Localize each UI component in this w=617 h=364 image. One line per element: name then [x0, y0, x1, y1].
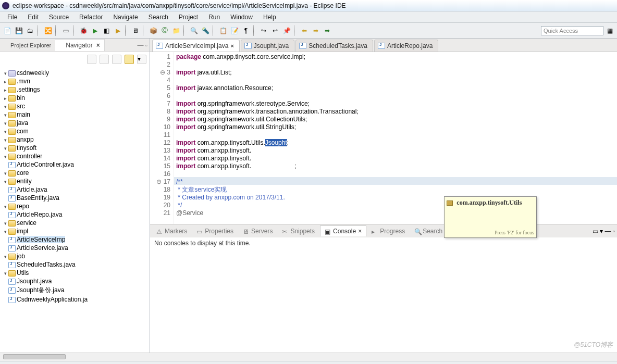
tree-node[interactable]: ArticleRepo.java — [2, 210, 150, 219]
tab-navigator[interactable]: Navigator × — [55, 39, 104, 51]
new-icon[interactable]: 📄 — [2, 26, 13, 36]
menu-file[interactable]: File — [2, 12, 22, 22]
annotation-icon[interactable]: 📝 — [229, 26, 240, 36]
code-line[interactable]: package com.anxpp.tinysoft.core.service.… — [176, 53, 617, 61]
focus-icon[interactable] — [112, 55, 121, 64]
tree-node[interactable]: ▾service — [2, 219, 150, 227]
tree-node[interactable]: ▸.mvn — [2, 77, 150, 85]
filter-icon[interactable] — [125, 55, 134, 64]
twisty-icon[interactable]: ▾ — [2, 104, 8, 109]
view-tab-properties[interactable]: ▭Properties — [192, 226, 238, 236]
tree-node[interactable]: ▾Utils — [2, 269, 150, 277]
code-line[interactable]: import com.anxpp.tinysoft.Utils.Jsoupht; — [176, 139, 617, 147]
new-folder-icon[interactable]: 📁 — [171, 26, 181, 36]
step-icon[interactable]: ↪ — [258, 26, 269, 36]
code-area[interactable]: com.anxpp.tinysoft.Utils Press 'F2' for … — [174, 52, 617, 224]
view-tab-search[interactable]: 🔍Search — [410, 226, 447, 236]
show-whitespace-icon[interactable]: ¶ — [241, 26, 251, 36]
twisty-icon[interactable]: ▾ — [2, 154, 8, 159]
twisty-icon[interactable]: ▸ — [2, 79, 8, 84]
console-view[interactable]: No consoles to display at this time. — [150, 237, 617, 353]
coverage-icon[interactable]: ◧ — [101, 26, 112, 36]
view-tab-console[interactable]: ▣Console × — [320, 225, 366, 236]
code-line[interactable]: /** — [176, 178, 617, 186]
pin-icon[interactable]: 📌 — [281, 26, 292, 36]
open-type-icon[interactable]: 🔍 — [189, 26, 199, 36]
toggle-icon[interactable]: 🔀 — [43, 26, 53, 36]
tab-project-explorer[interactable]: Project Explorer — [0, 40, 55, 51]
tree-node[interactable]: ▾repo — [2, 202, 150, 210]
menu-navigate[interactable]: Navigate — [108, 12, 143, 22]
tree-node[interactable]: ScheduledTasks.java — [2, 260, 150, 269]
menu-search[interactable]: Search — [143, 12, 174, 22]
code-line[interactable] — [176, 77, 617, 84]
tree-node[interactable]: BaseEntity.java — [2, 194, 150, 202]
code-line[interactable] — [176, 92, 617, 100]
twisty-icon[interactable]: ▾ — [2, 254, 8, 259]
code-line[interactable]: @Service — [176, 209, 617, 217]
tree-node[interactable]: CsdnweeklyApplication.ja — [2, 295, 150, 304]
twisty-icon[interactable]: ▾ — [2, 129, 8, 134]
tree-node[interactable]: ▾core — [2, 169, 150, 177]
twisty-icon[interactable]: ▾ — [2, 71, 8, 76]
menu-edit[interactable]: Edit — [22, 12, 44, 22]
menu-help[interactable]: Help — [258, 12, 281, 22]
save-icon[interactable]: 💾 — [14, 26, 24, 36]
server-icon[interactable]: 🖥 — [130, 26, 141, 36]
code-line[interactable]: import javax.annotation.Resource; — [176, 84, 617, 92]
view-tab-markers[interactable]: ⚠Markers — [152, 226, 191, 236]
close-icon[interactable]: × — [96, 42, 100, 49]
editor-tab[interactable]: ArticleServiceImpl.java× — [152, 40, 240, 52]
close-icon[interactable]: × — [230, 43, 233, 49]
tree-node[interactable]: ▾src — [2, 102, 150, 110]
view-tab-progress[interactable]: ▸Progress — [367, 226, 409, 236]
cursor-icon[interactable]: ▭ — [60, 26, 71, 36]
tree-node[interactable]: ArticleServiceImp — [2, 235, 150, 244]
code-line[interactable]: import org.springframework.util.Collecti… — [176, 116, 617, 123]
run-icon[interactable]: ▶ — [90, 26, 100, 36]
tree-node[interactable]: ▾com — [2, 127, 150, 135]
link-editor-icon[interactable] — [100, 55, 109, 64]
tree-node[interactable]: ArticleController.java — [2, 160, 150, 169]
code-line[interactable]: import org.springframework.transaction.a… — [176, 108, 617, 116]
tree-node[interactable]: Jsoupht.java — [2, 277, 150, 285]
view-tab-snippets[interactable]: ✂Snippets — [278, 226, 319, 236]
tree-node[interactable]: Article.java — [2, 185, 150, 194]
annotation-ruler[interactable] — [150, 52, 156, 224]
tree-node[interactable]: ▾java — [2, 119, 150, 127]
tree-node[interactable]: ▾entity — [2, 177, 150, 185]
tree-node[interactable]: ▾main — [2, 110, 150, 119]
twisty-icon[interactable]: ▾ — [2, 221, 8, 226]
menu-window[interactable]: Window — [225, 12, 258, 22]
twisty-icon[interactable]: ▾ — [2, 229, 8, 234]
collapse-icon[interactable] — [87, 55, 96, 64]
menu-run[interactable]: Run — [203, 12, 225, 22]
twisty-icon[interactable]: ▾ — [2, 112, 8, 118]
quick-access-input[interactable]: Quick Access — [541, 26, 603, 35]
perspective-icon[interactable]: ▦ — [604, 26, 615, 36]
twisty-icon[interactable]: ▾ — [2, 121, 8, 126]
code-line[interactable]: * Created by anxpp.com on 2017/3/11. — [176, 194, 617, 202]
twisty-icon[interactable]: ▸ — [2, 96, 8, 101]
debug-icon[interactable]: 🐞 — [78, 26, 89, 36]
menu-project[interactable]: Project — [174, 12, 203, 22]
horizontal-scrollbar[interactable] — [0, 353, 617, 361]
task-icon[interactable]: 📋 — [218, 26, 228, 36]
tree-node[interactable]: ArticleService.java — [2, 244, 150, 252]
tree-node[interactable]: Jsoupht备份.java — [2, 285, 150, 295]
code-line[interactable]: import com.anxpp.tinysoft. — [176, 147, 617, 155]
navigator-tree[interactable]: ▾csdnweekly▸.mvn▸.settings▸bin▾src▾main▾… — [0, 67, 150, 353]
editor-tab[interactable]: Jsoupht.java — [241, 40, 294, 52]
twisty-icon[interactable]: ▾ — [2, 204, 8, 209]
step2-icon[interactable]: ↩ — [270, 26, 280, 36]
code-line[interactable]: import org.springframework.util.StringUt… — [176, 123, 617, 131]
tree-node[interactable]: ▾job — [2, 252, 150, 260]
tree-node[interactable]: ▾impl — [2, 227, 150, 235]
code-line[interactable]: */ — [176, 202, 617, 209]
twisty-icon[interactable]: ▾ — [2, 179, 8, 184]
tree-node[interactable]: ▾controller — [2, 152, 150, 160]
tree-node[interactable]: ▸.settings — [2, 85, 150, 94]
twisty-icon[interactable]: ▸ — [2, 87, 8, 93]
view-menu-icon[interactable]: ▾ — [137, 55, 146, 64]
save-all-icon[interactable]: 🗂 — [25, 26, 35, 36]
